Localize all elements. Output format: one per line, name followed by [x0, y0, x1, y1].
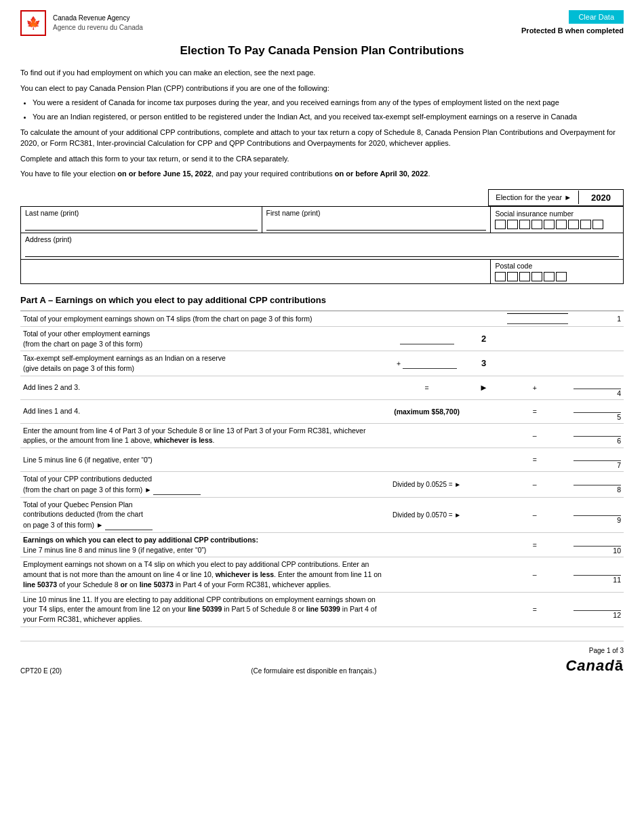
line6-input[interactable] [573, 426, 621, 437]
sin-box-3[interactable] [519, 220, 530, 229]
line1-desc: Total of your employment earnings shown … [20, 311, 385, 326]
line3-plus: + [397, 359, 401, 367]
table-row: Total of your CPP contributions deducted… [20, 472, 624, 498]
sin-label: Social insurance number [495, 210, 619, 218]
para5-mid: , and pay your required contributions [212, 170, 335, 178]
line11-desc: Employment earnings not shown on a T4 sl… [20, 557, 385, 592]
line3-mid: + [385, 351, 469, 376]
line9-input[interactable] [573, 505, 621, 516]
bullet-list: You were a resident of Canada for income… [33, 98, 624, 123]
para5-end: . [428, 170, 430, 178]
election-year-value: 2020 [579, 190, 623, 205]
line11-num: 11 [571, 557, 624, 592]
line2-mid-input[interactable] [400, 334, 454, 344]
line10-mid [385, 533, 469, 557]
line1-input-cell [498, 311, 571, 326]
address-label: Address (print) [25, 235, 619, 243]
postal-box-2[interactable] [507, 272, 518, 281]
line2-mid [385, 326, 469, 351]
line7-input[interactable] [573, 450, 621, 461]
line4-desc: Add lines 2 and 3. [20, 376, 385, 399]
line7-num: 7 [571, 448, 624, 472]
line8-num: 8 [571, 472, 624, 498]
personal-info-table: Last name (print) First name (print) Soc… [20, 206, 624, 284]
postal-box-1[interactable] [495, 272, 506, 281]
line6-input-cell: – [498, 423, 571, 448]
line9-op [469, 497, 499, 532]
line1-op [469, 311, 499, 326]
line8-input-cell: – [498, 472, 571, 498]
first-name-input[interactable] [266, 220, 487, 231]
agency-name-fr: Agence du revenu du Canada [53, 23, 143, 33]
page-header: 🍁 Canada Revenue Agency Agence du revenu… [20, 10, 624, 36]
line4-num: 4 [571, 376, 624, 399]
line5-mid: (maximum $58,700) [385, 399, 469, 423]
line8-mid: Divided by 0.0525 = ► [385, 472, 469, 498]
line2-desc: Total of your other employment earnings(… [20, 326, 385, 351]
line10-input[interactable] [573, 536, 621, 547]
address-input[interactable] [25, 246, 619, 257]
sin-box-5[interactable] [544, 220, 555, 229]
postal-box-6[interactable] [556, 272, 567, 281]
postal-code-cell: Postal code [491, 259, 624, 283]
para5-bold1: on or before June 15, 2022 [117, 170, 212, 178]
table-row: Tax-exempt self-employment earnings as a… [20, 351, 624, 376]
table-row: Line 5 minus line 6 (if negative, enter … [20, 448, 624, 472]
sin-box-6[interactable] [556, 220, 567, 229]
line11-input-cell: – [498, 557, 571, 592]
line1-mid [385, 311, 469, 326]
sin-box-4[interactable] [531, 220, 542, 229]
logo-area: 🍁 Canada Revenue Agency Agence du revenu… [20, 10, 143, 36]
sin-box-7[interactable] [568, 220, 579, 229]
line7-mid [385, 448, 469, 472]
line3-mid-input[interactable] [403, 358, 457, 369]
postal-box-3[interactable] [519, 272, 530, 281]
body-para2: You can elect to pay Canada Pension Plan… [20, 83, 624, 94]
line12-input[interactable] [573, 600, 621, 611]
body-para4: Complete and attach this form to your ta… [20, 153, 624, 165]
election-year-container: Election for the year ► 2020 [20, 189, 624, 206]
footer-form-code: CPT20 E (20) [20, 667, 62, 675]
postal-box-5[interactable] [544, 272, 555, 281]
line2-op: 2 [469, 326, 499, 351]
line11-mid [385, 557, 469, 592]
line4-input[interactable] [573, 378, 621, 389]
para5-pre: You have to file your election [20, 170, 117, 178]
table-row: Add lines 1 and 4. (maximum $58,700) = 5 [20, 399, 624, 423]
canada-flag-icon: 🍁 [20, 10, 46, 36]
header-right: Clear Data Protected B when completed [521, 10, 624, 35]
line4-mid: = [385, 376, 469, 399]
table-row: Total of your employment earnings shown … [20, 311, 624, 326]
sin-box-1[interactable] [495, 220, 506, 229]
first-name-label: First name (print) [266, 209, 487, 217]
line3-desc: Tax-exempt self-employment earnings as a… [20, 351, 385, 376]
clear-data-button[interactable]: Clear Data [569, 10, 624, 24]
sin-box-8[interactable] [580, 220, 591, 229]
line6-mid [385, 423, 469, 448]
line7-desc: Line 5 minus line 6 (if negative, enter … [20, 448, 385, 472]
line2-num [571, 326, 624, 351]
line4-input-cell: + [498, 376, 571, 399]
last-name-cell: Last name (print) [21, 206, 262, 233]
line9-left-input[interactable] [105, 519, 153, 530]
line5-input[interactable] [573, 402, 621, 413]
line3-op: 3 [469, 351, 499, 376]
last-name-input[interactable] [25, 220, 258, 231]
line8-input[interactable] [573, 475, 621, 485]
line10-input-cell: = [498, 533, 571, 557]
protected-label: Protected B when completed [521, 26, 624, 35]
line12-num: 12 [571, 592, 624, 627]
part-a-heading: Part A – Earnings on which you elect to … [20, 295, 624, 305]
body-para3: To calculate the amount of your addition… [20, 127, 624, 149]
line8-left-input[interactable] [153, 484, 201, 495]
table-row: Total of your Quebec Pension Plancontrib… [20, 497, 624, 532]
line1-input[interactable] [507, 313, 568, 324]
postal-box-4[interactable] [531, 272, 542, 281]
first-name-cell: First name (print) [262, 206, 491, 233]
address-cell: Address (print) [21, 233, 624, 259]
sin-box-2[interactable] [507, 220, 518, 229]
table-row: Line 10 minus line 11. If you are electi… [20, 592, 624, 627]
sin-box-9[interactable] [592, 220, 603, 229]
line11-input[interactable] [573, 565, 621, 576]
page-footer: CPT20 E (20) (Ce formulaire est disponib… [20, 641, 624, 675]
